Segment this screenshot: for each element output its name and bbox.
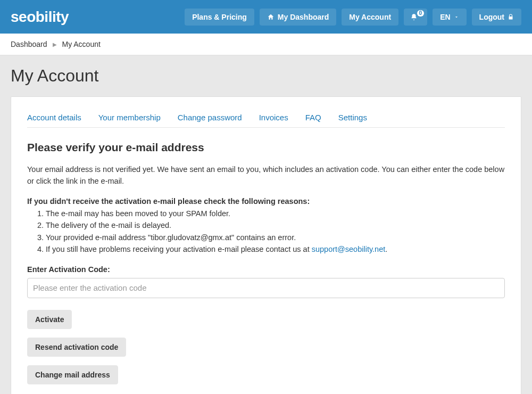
reasons-title: If you didn't receive the activation e-m… bbox=[27, 197, 505, 206]
bell-icon bbox=[410, 13, 418, 21]
account-panel: Account details Your membership Change p… bbox=[11, 96, 521, 394]
tab-invoices[interactable]: Invoices bbox=[259, 113, 288, 122]
logout-label: Logout bbox=[479, 13, 504, 21]
chevron-down-icon bbox=[454, 14, 459, 20]
account-tabs: Account details Your membership Change p… bbox=[27, 113, 505, 128]
tab-membership[interactable]: Your membership bbox=[98, 113, 161, 122]
activation-code-label: Enter Activation Code: bbox=[27, 265, 505, 274]
breadcrumb: Dashboard ▶ My Account bbox=[0, 34, 532, 55]
reason-item: Your provided e-mail address "tibor.glud… bbox=[46, 232, 505, 243]
reason-item: The delivery of the e-mail is delayed. bbox=[46, 219, 505, 231]
reasons-list: The e-mail may has been moved to your SP… bbox=[46, 208, 505, 256]
breadcrumb-root[interactable]: Dashboard bbox=[11, 40, 47, 48]
support-email-link[interactable]: support@seobility.net bbox=[312, 245, 386, 253]
resend-activation-button[interactable]: Resend activation code bbox=[27, 338, 126, 357]
tab-settings[interactable]: Settings bbox=[338, 113, 367, 122]
activation-code-input[interactable] bbox=[27, 278, 505, 298]
notifications-button[interactable]: 0 bbox=[404, 9, 427, 26]
language-selector[interactable]: EN bbox=[433, 9, 466, 26]
reason4-suffix: . bbox=[385, 245, 387, 253]
tab-faq[interactable]: FAQ bbox=[305, 113, 321, 122]
change-mail-button[interactable]: Change mail address bbox=[27, 365, 118, 384]
breadcrumb-separator-icon: ▶ bbox=[53, 42, 57, 47]
notification-badge: 0 bbox=[417, 10, 425, 17]
logout-button[interactable]: Logout bbox=[472, 9, 521, 26]
tab-account-details[interactable]: Account details bbox=[27, 113, 81, 122]
my-dashboard-button[interactable]: My Dashboard bbox=[260, 9, 336, 26]
verify-heading: Please verify your e-mail address bbox=[27, 141, 505, 154]
brand-logo[interactable]: seobility bbox=[11, 9, 69, 26]
reason-item: The e-mail may has been moved to your SP… bbox=[46, 208, 505, 219]
reason4-prefix: If you still have problems receiving you… bbox=[46, 245, 312, 253]
my-dashboard-label: My Dashboard bbox=[278, 13, 329, 21]
home-icon bbox=[267, 13, 275, 21]
breadcrumb-current: My Account bbox=[62, 40, 101, 48]
my-account-button[interactable]: My Account bbox=[342, 9, 398, 26]
top-navbar: seobility Plans & Pricing My Dashboard M… bbox=[0, 0, 532, 34]
reason-item: If you still have problems receiving you… bbox=[46, 243, 505, 255]
tab-change-password[interactable]: Change password bbox=[178, 113, 242, 122]
activate-button[interactable]: Activate bbox=[27, 310, 72, 329]
plans-pricing-button[interactable]: Plans & Pricing bbox=[185, 9, 254, 26]
page-title: My Account bbox=[11, 66, 521, 86]
verify-intro: Your email address is not verified yet. … bbox=[27, 163, 505, 187]
language-label: EN bbox=[440, 13, 450, 21]
lock-icon bbox=[508, 14, 514, 20]
